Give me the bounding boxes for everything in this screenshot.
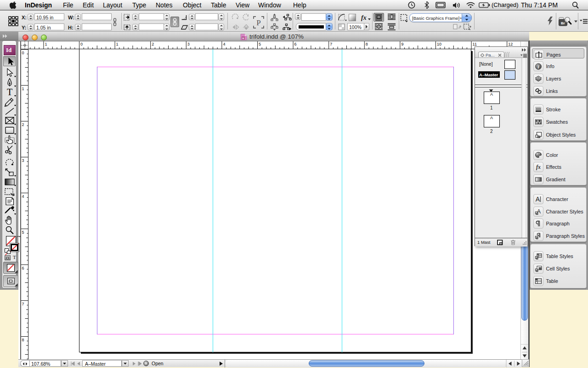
svg-text:6: 6: [294, 42, 297, 46]
svg-text:Br: Br: [561, 21, 565, 25]
svg-text:1: 1: [116, 42, 119, 46]
svg-text:A: A: [535, 196, 540, 203]
svg-text:3: 3: [187, 42, 190, 46]
svg-text:11: 11: [473, 42, 477, 46]
svg-text:0: 0: [80, 42, 83, 46]
svg-text:5: 5: [22, 230, 24, 235]
svg-text:10: 10: [437, 42, 441, 46]
svg-text:8: 8: [366, 42, 368, 46]
svg-text:4: 4: [22, 194, 24, 199]
svg-text:1: 1: [45, 42, 47, 46]
svg-text:9: 9: [401, 42, 403, 46]
svg-text:0: 0: [22, 51, 24, 55]
svg-text:8: 8: [22, 338, 24, 342]
svg-text:P: P: [256, 18, 260, 27]
svg-text:5: 5: [259, 42, 261, 46]
svg-text:Id: Id: [242, 37, 244, 40]
svg-text:1: 1: [22, 86, 24, 91]
svg-text:fx: fx: [536, 164, 541, 170]
svg-text:7: 7: [22, 302, 24, 306]
svg-text:12: 12: [508, 42, 513, 46]
svg-text:2: 2: [22, 122, 24, 127]
svg-text:7: 7: [330, 42, 332, 46]
svg-text:6: 6: [22, 266, 24, 270]
svg-text:2: 2: [152, 42, 154, 46]
svg-text:4: 4: [223, 42, 225, 46]
svg-text:3: 3: [22, 158, 24, 163]
svg-text:i: i: [537, 64, 539, 69]
svg-text:T: T: [7, 87, 12, 97]
